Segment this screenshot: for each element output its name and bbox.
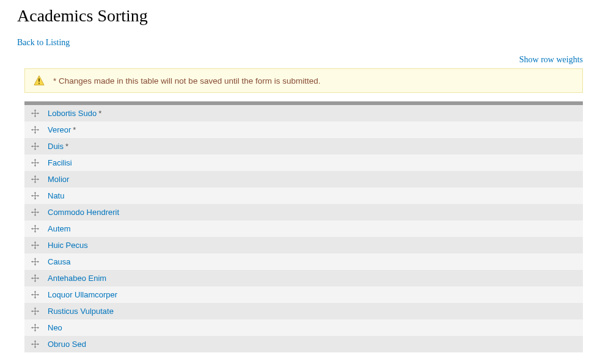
row-link[interactable]: Molior (48, 175, 69, 184)
warning-message: * Changes made in this table will not be… (24, 68, 583, 93)
table-row[interactable]: Molior (24, 171, 583, 187)
row-link[interactable]: Loquor Ullamcorper (48, 290, 117, 299)
drag-handle-icon[interactable] (31, 208, 39, 217)
drag-handle-icon[interactable] (31, 126, 39, 134)
table-row[interactable]: Rusticus Vulputate (24, 303, 583, 319)
sortable-rows-container: Lobortis Sudo*Vereor*Duis*FacilisiMolior… (24, 105, 583, 352)
drag-handle-icon[interactable] (31, 241, 39, 250)
changed-indicator: * (73, 125, 76, 134)
table-row[interactable]: Neo (24, 319, 583, 336)
row-link[interactable]: Lobortis Sudo (48, 109, 97, 118)
drag-handle-icon[interactable] (31, 225, 39, 233)
table-row[interactable]: Lobortis Sudo* (24, 105, 583, 122)
row-link[interactable]: Neo (48, 323, 62, 332)
table-row[interactable]: Commodo Hendrerit (24, 204, 583, 220)
row-link[interactable]: Natu (48, 191, 64, 200)
show-row-weights-link[interactable]: Show row weights (519, 55, 583, 64)
page-title: Academics Sorting (17, 6, 583, 26)
row-link[interactable]: Causa (48, 257, 71, 266)
table-row[interactable]: Natu (24, 187, 583, 204)
drag-handle-icon[interactable] (31, 159, 39, 167)
drag-handle-icon[interactable] (31, 340, 39, 349)
drag-handle-icon[interactable] (31, 175, 39, 184)
warning-text: * Changes made in this table will not be… (53, 76, 320, 86)
table-row[interactable]: Causa (24, 253, 583, 270)
warning-icon (34, 75, 45, 86)
row-link[interactable]: Antehabeo Enim (48, 274, 106, 283)
row-link[interactable]: Facilisi (48, 158, 72, 167)
drag-handle-icon[interactable] (31, 291, 39, 299)
table-row[interactable]: Vereor* (24, 122, 583, 138)
row-link[interactable]: Duis (48, 142, 64, 151)
drag-handle-icon[interactable] (31, 258, 39, 266)
row-link[interactable]: Vereor (48, 125, 71, 134)
row-link[interactable]: Commodo Hendrerit (48, 208, 119, 217)
svg-rect-0 (38, 78, 40, 81)
row-link[interactable]: Rusticus Vulputate (48, 307, 114, 316)
drag-handle-icon[interactable] (31, 109, 39, 118)
drag-handle-icon[interactable] (31, 274, 39, 283)
drag-handle-icon[interactable] (31, 324, 39, 332)
table-row[interactable]: Loquor Ullamcorper (24, 286, 583, 303)
table-row[interactable]: Antehabeo Enim (24, 270, 583, 286)
row-link[interactable]: Obruo Sed (48, 340, 86, 349)
table-row[interactable]: Facilisi (24, 155, 583, 171)
drag-handle-icon[interactable] (31, 192, 39, 200)
changed-indicator: * (65, 142, 68, 151)
back-to-listing-link[interactable]: Back to Listing (17, 38, 70, 48)
changed-indicator: * (98, 109, 101, 118)
table-row[interactable]: Autem (24, 220, 583, 237)
drag-handle-icon[interactable] (31, 142, 39, 151)
row-link[interactable]: Autem (48, 224, 71, 233)
row-link[interactable]: Huic Pecus (48, 241, 88, 250)
table-row[interactable]: Obruo Sed (24, 336, 583, 352)
drag-handle-icon[interactable] (31, 307, 39, 316)
table-row[interactable]: Duis* (24, 138, 583, 155)
svg-rect-1 (38, 83, 40, 84)
table-row[interactable]: Huic Pecus (24, 237, 583, 253)
